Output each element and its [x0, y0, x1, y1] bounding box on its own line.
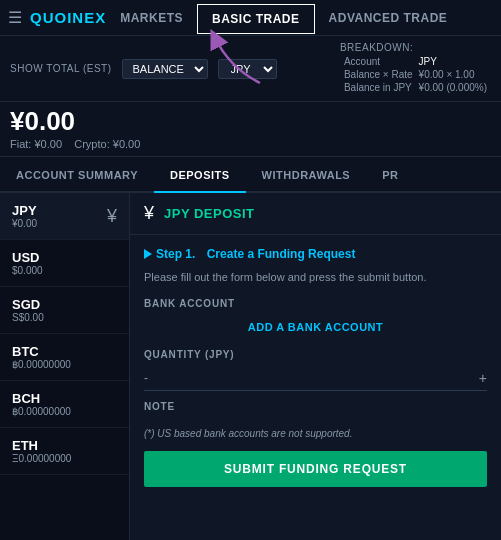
sub-balance: Fiat: ¥0.00 Crypto: ¥0.00 — [10, 138, 491, 150]
usd-currency-label: USD — [12, 250, 43, 265]
sidebar-item-bch[interactable]: BCH ฿0.00000000 — [0, 381, 129, 428]
sidebar-item-btc[interactable]: BTC ฿0.00000000 — [0, 334, 129, 381]
quantity-input-row: - + — [144, 366, 487, 391]
top-navigation: ☰ QUOINEX MARKETS BASIC TRADE ADVANCED T… — [0, 0, 501, 36]
breakdown-table: Account JPY Balance × Rate ¥0.00 × 1.00 … — [340, 54, 491, 95]
breakdown-account-label: Account — [342, 56, 415, 67]
step-triangle-icon — [144, 249, 152, 259]
tab-account-summary[interactable]: ACCOUNT SUMMARY — [0, 157, 154, 193]
deposit-header: ¥ JPY DEPOSIT — [130, 193, 501, 235]
balance-dropdown[interactable]: BALANCE — [122, 59, 208, 79]
breakdown-rate-value: ¥0.00 × 1.00 — [417, 69, 489, 80]
quantity-field: QUANTITY (JPY) - + — [144, 349, 487, 391]
deposit-title: JPY DEPOSIT — [164, 206, 255, 221]
quantity-label: QUANTITY (JPY) — [144, 349, 487, 360]
submit-funding-request-button[interactable]: SUBMIT FUNDING REQUEST — [144, 451, 487, 487]
breakdown-account-value: JPY — [417, 56, 489, 67]
breakdown-label: BREAKDOWN: — [340, 42, 413, 53]
sidebar-item-jpy[interactable]: JPY ¥0.00 ¥ — [0, 193, 129, 240]
jpy-amount: ¥0.00 — [12, 218, 37, 229]
tab-pr[interactable]: PR — [366, 157, 414, 193]
deposit-panel: ¥ JPY DEPOSIT Step 1. Create a Funding R… — [130, 193, 501, 540]
jpy-currency-label: JPY — [12, 203, 37, 218]
breakdown-rate-label: Balance × Rate — [342, 69, 415, 80]
currency-sidebar: JPY ¥0.00 ¥ USD $0.000 SGD S$0.00 BTC ฿0… — [0, 193, 130, 540]
usd-amount: $0.000 — [12, 265, 43, 276]
fiat-label: Fiat: — [10, 138, 31, 150]
jpy-icon: ¥ — [107, 206, 117, 227]
breakdown-section: BREAKDOWN: Account JPY Balance × Rate ¥0… — [340, 42, 491, 95]
bank-account-label: BANK ACCOUNT — [144, 298, 487, 309]
header-bar: SHOW TOTAL (EST) BALANCE JPY BREAKDOWN: … — [0, 36, 501, 102]
logo: QUOINEX — [30, 9, 106, 26]
step-description: Please fill out the form below and press… — [144, 269, 487, 286]
btc-currency-label: BTC — [12, 344, 71, 359]
main-content: JPY ¥0.00 ¥ USD $0.000 SGD S$0.00 BTC ฿0… — [0, 193, 501, 540]
sgd-amount: S$0.00 — [12, 312, 44, 323]
sidebar-item-usd[interactable]: USD $0.000 — [0, 240, 129, 287]
hamburger-menu[interactable]: ☰ — [8, 8, 22, 27]
bch-currency-label: BCH — [12, 391, 71, 406]
show-total-label: SHOW TOTAL (EST) — [10, 63, 112, 74]
nav-links: MARKETS BASIC TRADE ADVANCED TRADE — [106, 0, 461, 35]
crypto-label: Crypto: — [74, 138, 109, 150]
deposit-currency-icon: ¥ — [144, 203, 154, 224]
btc-amount: ฿0.00000000 — [12, 359, 71, 370]
breakdown-jpy-value: ¥0.00 (0.000%) — [417, 82, 489, 93]
main-balance: ¥0.00 — [10, 106, 491, 137]
sidebar-item-eth[interactable]: ETH Ξ0.00000000 — [0, 428, 129, 475]
step-number: Step 1. — [156, 247, 195, 261]
nav-link-advanced-trade[interactable]: ADVANCED TRADE — [315, 0, 462, 36]
bch-amount: ฿0.00000000 — [12, 406, 71, 417]
add-bank-account-link[interactable]: ADD A BANK ACCOUNT — [144, 315, 487, 339]
tab-deposits[interactable]: DEPOSITS — [154, 157, 246, 193]
eth-currency-label: ETH — [12, 438, 71, 453]
note-label: NOTE — [144, 401, 487, 412]
nav-link-markets[interactable]: MARKETS — [106, 0, 197, 36]
step-title-text: Create a Funding Request — [207, 247, 356, 261]
quantity-value[interactable]: - — [144, 371, 479, 385]
currency-dropdown[interactable]: JPY — [218, 59, 277, 79]
step-title: Step 1. Create a Funding Request — [144, 247, 487, 261]
tabs-bar: ACCOUNT SUMMARY DEPOSITS WITHDRAWALS PR — [0, 157, 501, 193]
tab-withdrawals[interactable]: WITHDRAWALS — [246, 157, 367, 193]
quantity-plus-icon[interactable]: + — [479, 370, 487, 386]
sgd-currency-label: SGD — [12, 297, 44, 312]
nav-link-basic-trade[interactable]: BASIC TRADE — [197, 4, 315, 34]
balance-display: ¥0.00 Fiat: ¥0.00 Crypto: ¥0.00 — [0, 102, 501, 157]
step-section: Step 1. Create a Funding Request Please … — [130, 235, 501, 499]
breakdown-jpy-label: Balance in JPY — [342, 82, 415, 93]
crypto-value: ¥0.00 — [113, 138, 141, 150]
sidebar-item-sgd[interactable]: SGD S$0.00 — [0, 287, 129, 334]
fiat-value: ¥0.00 — [34, 138, 62, 150]
disclaimer-text: (*) US based bank accounts are not suppo… — [144, 428, 487, 439]
eth-amount: Ξ0.00000000 — [12, 453, 71, 464]
